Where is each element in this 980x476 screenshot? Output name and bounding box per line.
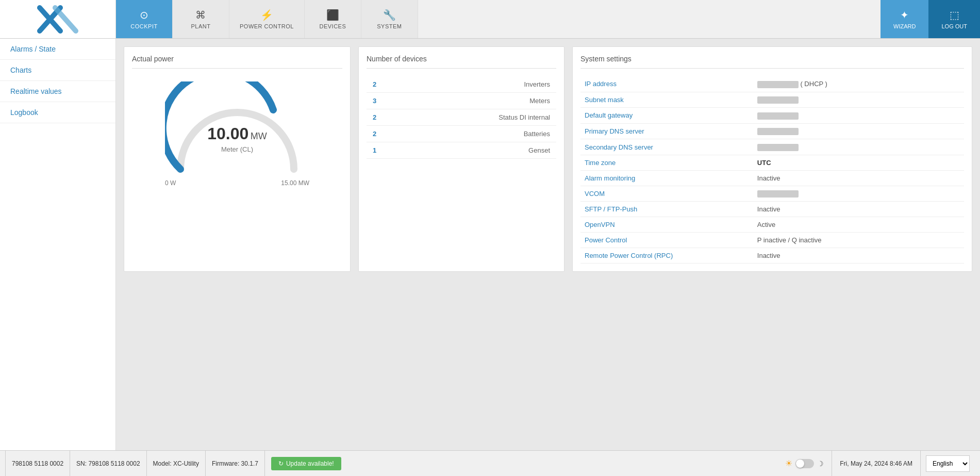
logo-area: [0, 0, 116, 38]
tab-power-control-label: POWER CONTROL: [240, 23, 294, 29]
update-button[interactable]: ↻ Update available!: [271, 457, 341, 470]
tab-devices[interactable]: ⬛ DEVICES: [305, 0, 361, 38]
settings-table-row: Subnet mask███████: [580, 92, 964, 108]
devices-widget: Number of devices 2Inverters3Meters2Stat…: [358, 46, 564, 272]
toggle-track[interactable]: [795, 459, 814, 468]
cockpit-icon: ⊙: [140, 9, 149, 21]
devices-table-row: 2Status DI internal: [367, 109, 556, 126]
tab-plant[interactable]: ⌘ PLANT: [173, 0, 229, 38]
bottom-bar: 798108 5118 0002 SN: 798108 5118 0002 Mo…: [0, 450, 980, 476]
settings-table-row: Default gateway███████: [580, 108, 964, 124]
devices-table-row: 1Genset: [367, 142, 556, 159]
power-control-icon: ⚡: [260, 9, 274, 21]
wizard-label: WIZARD: [893, 23, 916, 29]
nav-tabs: ⊙ COCKPIT ⌘ PLANT ⚡ POWER CONTROL ⬛ DEVI…: [116, 0, 881, 38]
tab-system[interactable]: 🔧 SYSTEM: [361, 0, 418, 38]
main-layout: Alarms / State Charts Realtime values Lo…: [0, 39, 980, 450]
settings-table-row: VCOM███████: [580, 186, 964, 202]
sidebar-item-charts[interactable]: Charts: [0, 60, 115, 81]
sidebar-item-realtime[interactable]: Realtime values: [0, 81, 115, 102]
model-info: Model: XC-Utility: [147, 451, 206, 476]
tab-power-control[interactable]: ⚡ POWER CONTROL: [229, 0, 305, 38]
wizard-button[interactable]: ✦ WIZARD: [881, 0, 928, 38]
settings-table-row: Primary DNS server███████: [580, 123, 964, 139]
devices-table-row: 3Meters: [367, 93, 556, 109]
logout-label: LOG OUT: [941, 23, 967, 29]
system-settings-title: System settings: [580, 55, 964, 69]
logout-icon: ⬚: [950, 9, 959, 21]
sidebar-item-alarms[interactable]: Alarms / State: [0, 39, 115, 60]
devices-table: 2Inverters3Meters2Status DI internal2Bat…: [367, 76, 556, 159]
actual-power-title: Actual power: [132, 55, 342, 69]
sun-icon: ☀: [785, 458, 792, 468]
system-settings-widget: System settings IP address███████ ( DHCP…: [572, 46, 972, 272]
firmware-info: Firmware: 30.1.7: [206, 451, 265, 476]
tab-cockpit-label: COCKPIT: [130, 23, 157, 29]
serial-number-1: 798108 5118 0002: [5, 451, 70, 476]
toggle-knob: [796, 459, 804, 468]
actual-power-widget: Actual power 10.00 MW Meter (CL): [124, 46, 351, 272]
datetime-display: Fri, May 24, 2024 8:46 AM: [832, 451, 921, 476]
devices-table-row: 2Inverters: [367, 76, 556, 93]
moon-icon: ☽: [817, 459, 824, 468]
tab-plant-label: PLANT: [191, 23, 211, 29]
devices-icon: ⬛: [326, 9, 340, 21]
gauge-svg-wrap: 10.00 MW Meter (CL): [165, 81, 309, 185]
theme-toggle[interactable]: ☀ ☽: [777, 451, 832, 476]
gauge-unit: MW: [251, 131, 267, 141]
settings-table-row: Alarm monitoringInactive: [580, 170, 964, 186]
widgets-row: Actual power 10.00 MW Meter (CL): [124, 46, 972, 272]
serial-number-2: SN: 798108 5118 0002: [70, 451, 146, 476]
sidebar: Alarms / State Charts Realtime values Lo…: [0, 39, 116, 450]
gauge-label: Meter (CL): [207, 145, 267, 153]
update-area: ↻ Update available!: [265, 451, 347, 476]
refresh-icon: ↻: [278, 460, 284, 467]
devices-title: Number of devices: [367, 55, 556, 69]
logo-icon: [37, 5, 78, 34]
devices-table-row: 2Batteries: [367, 126, 556, 142]
logout-button[interactable]: ⬚ LOG OUT: [928, 0, 980, 38]
settings-table-row: IP address███████ ( DHCP ): [580, 76, 964, 92]
tab-system-label: SYSTEM: [377, 23, 402, 29]
content-area: Actual power 10.00 MW Meter (CL): [116, 39, 980, 450]
sidebar-item-logbook[interactable]: Logbook: [0, 102, 115, 123]
gauge-value: 10.00 MW Meter (CL): [207, 124, 267, 153]
settings-table-row: OpenVPNActive: [580, 217, 964, 233]
update-label: Update available!: [286, 460, 334, 467]
gauge-container: 10.00 MW Meter (CL) 0 W 15.00 MW: [132, 76, 342, 192]
settings-table-row: SFTP / FTP-PushInactive: [580, 202, 964, 217]
wizard-icon: ✦: [900, 9, 909, 21]
top-navigation: ⊙ COCKPIT ⌘ PLANT ⚡ POWER CONTROL ⬛ DEVI…: [0, 0, 980, 39]
system-icon: 🔧: [383, 9, 396, 21]
tab-devices-label: DEVICES: [320, 23, 346, 29]
plant-icon: ⌘: [195, 9, 206, 21]
settings-table-row: Remote Power Control (RPC)Inactive: [580, 248, 964, 264]
nav-actions: ✦ WIZARD ⬚ LOG OUT: [881, 0, 980, 38]
gauge-number: 10.00: [207, 124, 248, 143]
settings-table-row: Time zoneUTC: [580, 155, 964, 170]
tab-cockpit[interactable]: ⊙ COCKPIT: [116, 0, 173, 38]
settings-table-row: Secondary DNS server███████: [580, 139, 964, 155]
settings-table: IP address███████ ( DHCP )Subnet mask███…: [580, 76, 964, 264]
language-select[interactable]: English Deutsch Français: [926, 455, 970, 472]
settings-table-row: Power ControlP inactive / Q inactive: [580, 233, 964, 248]
